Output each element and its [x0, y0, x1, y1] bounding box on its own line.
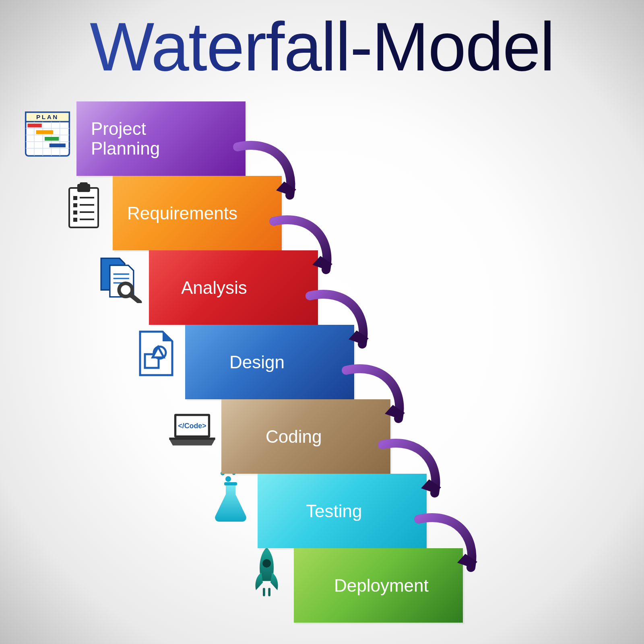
step-label: Deployment: [334, 576, 429, 596]
step-requirements: Requirements: [113, 176, 282, 250]
svg-rect-38: [224, 482, 237, 485]
svg-rect-17: [73, 196, 77, 200]
svg-line-29: [130, 295, 140, 302]
clipboard-icon: [58, 181, 109, 231]
waterfall-diagram: PLAN: [0, 0, 644, 644]
step-label: Requirements: [127, 203, 237, 223]
svg-rect-20: [80, 204, 94, 206]
svg-rect-41: [268, 588, 270, 597]
svg-rect-10: [27, 124, 41, 127]
svg-rect-18: [80, 197, 94, 198]
blueprint-icon: [131, 328, 181, 378]
step-analysis: Analysis: [149, 250, 318, 325]
gantt-chart-icon: PLAN: [22, 109, 72, 159]
step-label: Coding: [266, 427, 322, 447]
svg-rect-19: [73, 203, 77, 207]
svg-rect-12: [44, 137, 58, 140]
svg-rect-24: [80, 219, 94, 220]
svg-rect-11: [36, 130, 53, 134]
svg-rect-23: [73, 218, 77, 222]
svg-point-36: [225, 476, 231, 482]
laptop-code-icon: </Code>: [167, 405, 217, 455]
step-label: ProjectPlanning: [91, 119, 160, 158]
svg-rect-13: [49, 143, 65, 147]
svg-point-39: [262, 559, 271, 568]
search-docs-icon: [95, 254, 145, 304]
svg-rect-21: [73, 211, 77, 215]
step-label: Testing: [306, 501, 362, 521]
svg-rect-40: [263, 588, 265, 597]
step-deployment: Deployment: [294, 548, 463, 623]
flask-icon: [205, 471, 256, 521]
laptop-code-label: </Code>: [178, 422, 206, 430]
step-label: Design: [229, 352, 285, 372]
step-testing: Testing: [258, 474, 427, 548]
step-design: Design: [185, 325, 354, 399]
step-label: Analysis: [181, 278, 247, 298]
svg-rect-16: [80, 182, 88, 186]
step-project-planning: ProjectPlanning: [76, 101, 246, 176]
svg-rect-34: [169, 438, 215, 440]
svg-rect-22: [80, 211, 94, 213]
rocket-icon: [242, 547, 292, 598]
gantt-label: PLAN: [36, 114, 59, 120]
step-coding: Coding: [221, 399, 390, 474]
